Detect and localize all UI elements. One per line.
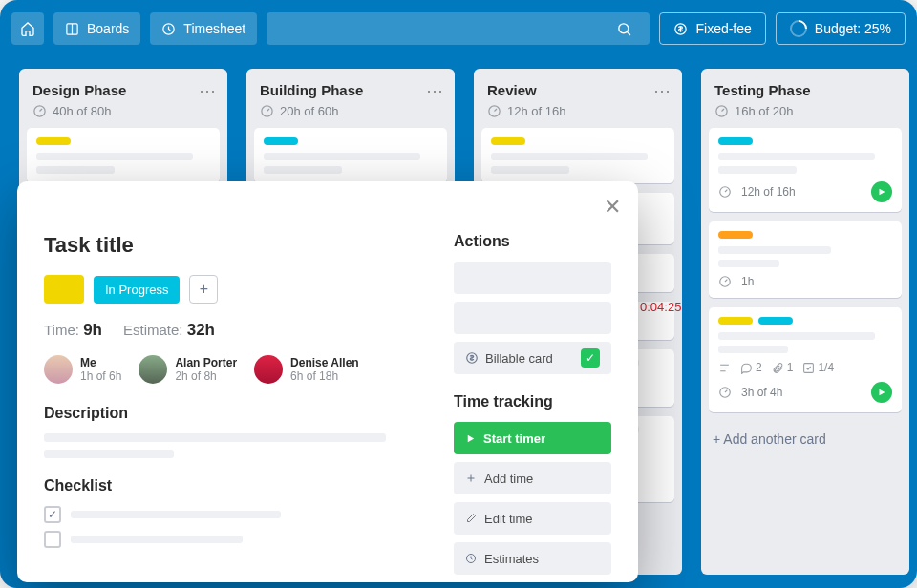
clock-icon bbox=[465, 553, 477, 564]
card-time: 1h bbox=[741, 275, 754, 288]
description-badge bbox=[718, 362, 731, 374]
column-title: Testing Phase bbox=[714, 82, 896, 98]
search-icon bbox=[616, 21, 632, 37]
column-testing-phase: Testing Phase 16h of 20h 12h of 16h bbox=[701, 69, 909, 575]
task-label-yellow[interactable] bbox=[44, 275, 84, 304]
gauge-icon bbox=[718, 185, 732, 199]
gauge-icon bbox=[487, 104, 501, 118]
clock-icon bbox=[161, 22, 176, 36]
estimate-value: 32h bbox=[187, 321, 215, 339]
billable-toggle[interactable]: Billable card ✓ bbox=[454, 342, 611, 374]
fixed-fee-label: Fixed-fee bbox=[695, 21, 751, 36]
gauge-icon bbox=[260, 104, 274, 118]
column-time: 16h of 20h bbox=[735, 104, 793, 118]
gauge-icon bbox=[718, 275, 732, 288]
card-time: 3h of 4h bbox=[741, 386, 782, 399]
time-label: Time: bbox=[44, 322, 79, 338]
svg-point-3 bbox=[619, 23, 629, 32]
actions-heading: Actions bbox=[454, 233, 611, 250]
column-time: 20h of 60h bbox=[280, 104, 338, 118]
dollar-icon bbox=[673, 22, 688, 36]
label-yellow bbox=[36, 137, 71, 145]
play-button[interactable] bbox=[871, 181, 892, 202]
billable-label: Billable card bbox=[485, 351, 553, 366]
member: Me1h of 6h bbox=[44, 355, 121, 384]
running-time: 0:04:25 bbox=[640, 300, 681, 314]
label-yellow bbox=[491, 137, 525, 145]
home-button[interactable] bbox=[11, 12, 44, 45]
checklist-item[interactable] bbox=[44, 531, 416, 548]
avatar bbox=[139, 355, 167, 384]
close-button[interactable]: ✕ bbox=[604, 195, 621, 220]
boards-icon bbox=[65, 22, 79, 36]
gauge-icon bbox=[714, 104, 729, 118]
budget-button[interactable]: Budget: 25% bbox=[776, 12, 906, 45]
card[interactable]: 2 1 1/4 3h of 4h bbox=[709, 307, 902, 412]
action-button[interactable] bbox=[454, 262, 611, 294]
timetracking-heading: Time tracking bbox=[454, 393, 611, 410]
checkbox-checked[interactable]: ✓ bbox=[44, 506, 61, 523]
label-cyan bbox=[264, 137, 298, 145]
column-menu-button[interactable]: ⋯ bbox=[653, 80, 672, 101]
column-title: Design Phase bbox=[32, 82, 214, 98]
status-pill[interactable]: In Progress bbox=[94, 276, 180, 304]
card-time: 12h of 16h bbox=[741, 185, 796, 199]
budget-label: Budget: 25% bbox=[815, 21, 891, 36]
column-menu-button[interactable]: ⋯ bbox=[199, 80, 218, 101]
card[interactable]: 1h bbox=[709, 221, 902, 298]
card[interactable] bbox=[481, 128, 674, 183]
gauge-icon bbox=[32, 104, 47, 118]
column-menu-button[interactable]: ⋯ bbox=[426, 80, 445, 101]
boards-button[interactable]: Boards bbox=[53, 12, 140, 45]
card[interactable]: 12h of 16h bbox=[709, 128, 902, 212]
estimates-button[interactable]: Estimates bbox=[454, 542, 611, 575]
checklist-item[interactable]: ✓ bbox=[44, 506, 416, 523]
add-label-button[interactable]: + bbox=[189, 275, 218, 304]
label-cyan bbox=[758, 317, 793, 325]
column-time: 40h of 80h bbox=[53, 104, 111, 118]
avatar bbox=[44, 355, 73, 384]
check-icon: ✓ bbox=[581, 348, 600, 368]
add-time-button[interactable]: Add time bbox=[454, 462, 611, 494]
budget-donut-icon bbox=[786, 16, 810, 40]
fixed-fee-button[interactable]: Fixed-fee bbox=[659, 12, 765, 45]
card[interactable] bbox=[254, 128, 447, 183]
column-title: Review bbox=[487, 82, 669, 98]
add-card-button[interactable]: + Add another card bbox=[701, 422, 909, 456]
member: Alan Porter2h of 8h bbox=[139, 355, 237, 384]
timesheet-button[interactable]: Timesheet bbox=[150, 12, 257, 45]
home-icon bbox=[20, 21, 35, 36]
timesheet-label: Timesheet bbox=[183, 21, 245, 36]
comments-badge: 2 bbox=[740, 361, 762, 374]
search-input[interactable] bbox=[267, 12, 650, 45]
description-heading: Description bbox=[44, 405, 416, 422]
task-modal: ✕ Task title In Progress + Time: 9h Esti… bbox=[17, 181, 638, 582]
boards-label: Boards bbox=[87, 21, 129, 36]
play-button[interactable] bbox=[871, 382, 892, 403]
checklist-badge: 1/4 bbox=[802, 361, 834, 374]
pencil-icon bbox=[465, 513, 477, 524]
label-orange bbox=[718, 231, 753, 239]
label-cyan bbox=[718, 137, 753, 145]
member: Denise Allen6h of 18h bbox=[254, 355, 359, 384]
start-timer-button[interactable]: Start timer bbox=[454, 422, 611, 454]
avatar bbox=[254, 355, 283, 384]
card[interactable] bbox=[27, 128, 220, 183]
estimate-label: Estimate: bbox=[123, 322, 183, 338]
edit-time-button[interactable]: Edit time bbox=[454, 502, 611, 535]
gauge-icon bbox=[718, 386, 732, 399]
dollar-icon bbox=[465, 351, 479, 365]
play-icon bbox=[465, 433, 476, 444]
task-title: Task title bbox=[44, 233, 416, 258]
plus-icon bbox=[465, 472, 477, 484]
svg-line-4 bbox=[628, 32, 631, 35]
column-time: 12h of 16h bbox=[507, 104, 565, 118]
checkbox-unchecked[interactable] bbox=[44, 531, 61, 548]
action-button[interactable] bbox=[454, 302, 611, 334]
svg-rect-15 bbox=[804, 363, 814, 372]
time-value: 9h bbox=[83, 321, 102, 339]
column-title: Building Phase bbox=[260, 82, 441, 98]
attachments-badge: 1 bbox=[772, 361, 794, 374]
checklist-heading: Checklist bbox=[44, 477, 416, 494]
label-yellow bbox=[718, 317, 753, 325]
